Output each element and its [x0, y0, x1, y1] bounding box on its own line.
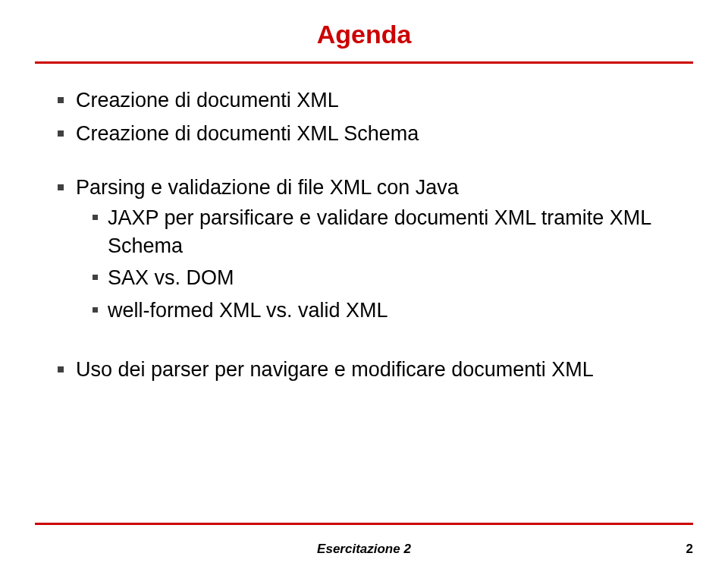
footer-divider [35, 523, 693, 525]
spacer [49, 154, 675, 174]
bullet-text: Creazione di documenti XML [76, 89, 339, 112]
list-item: Creazione di documenti XML [49, 86, 675, 114]
list-item: Uso dei parser per navigare e modificare… [49, 356, 675, 383]
bullet-text: SAX vs. DOM [108, 266, 234, 289]
bullet-list: Uso dei parser per navigare e modificare… [49, 356, 675, 383]
bullet-text: Uso dei parser per navigare e modificare… [76, 358, 594, 381]
footer-label: Esercitazione 2 [0, 542, 728, 557]
list-item: Parsing e validazione di file XML con Ja… [49, 174, 675, 324]
spacer [49, 330, 675, 356]
bullet-list: Parsing e validazione di file XML con Ja… [49, 174, 675, 324]
bullet-list: Creazione di documenti XML Creazione di … [49, 86, 675, 148]
content-area: Creazione di documenti XML Creazione di … [0, 64, 728, 384]
bullet-text: Parsing e validazione di file XML con Ja… [76, 176, 459, 199]
bullet-text: well-formed XML vs. valid XML [108, 299, 388, 322]
page-number: 2 [686, 542, 693, 557]
bullet-text: JAXP per parsificare e validare document… [108, 206, 651, 256]
sub-bullet-list: JAXP per parsificare e validare document… [76, 204, 675, 324]
slide: Agenda Creazione di documenti XML Creazi… [0, 0, 728, 572]
slide-title: Agenda [0, 0, 728, 57]
list-item: JAXP per parsificare e validare document… [76, 204, 675, 259]
list-item: well-formed XML vs. valid XML [76, 297, 675, 324]
list-item: SAX vs. DOM [76, 264, 675, 291]
bullet-text: Creazione di documenti XML Schema [76, 122, 419, 145]
list-item: Creazione di documenti XML Schema [49, 120, 675, 147]
